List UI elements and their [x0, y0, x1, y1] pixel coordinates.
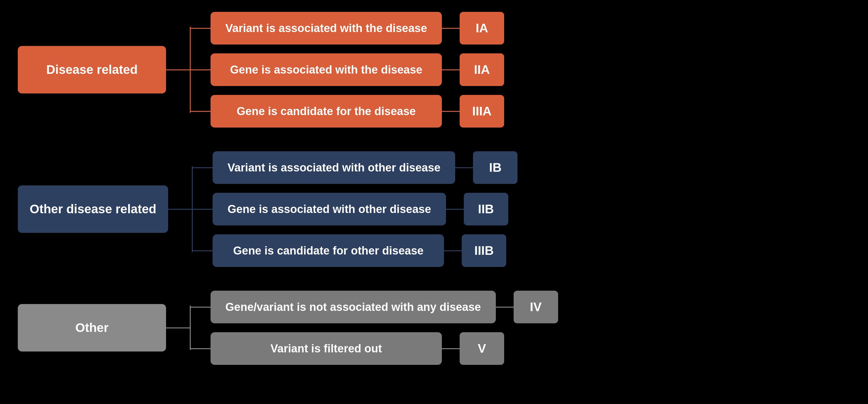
- branch-row-other-disease-related-1: Gene is associated with other diseaseIIB: [192, 193, 518, 225]
- main-diagram: Disease relatedVariant is associated wit…: [18, 12, 850, 365]
- badge-other-disease-related-0: IB: [473, 151, 518, 184]
- group-disease-related: Disease relatedVariant is associated wit…: [18, 12, 850, 128]
- branches-other: Gene/variant is not associated with any …: [190, 291, 558, 365]
- mid-badge-line-other-1: [442, 348, 460, 349]
- group-other-disease-related: Other disease relatedVariant is associat…: [18, 151, 850, 267]
- mid-node-other-1: Variant is filtered out: [211, 332, 442, 365]
- mid-badge-line-other-0: [496, 307, 514, 308]
- badge-other-1: V: [460, 332, 504, 365]
- branch-row-disease-related-0: Variant is associated with the diseaseIA: [190, 12, 504, 44]
- badge-other-0: IV: [514, 291, 558, 323]
- root-node-other: Other: [18, 304, 166, 351]
- branch-line-disease-related-2: [190, 111, 211, 112]
- mid-badge-line-other-disease-related-1: [446, 209, 464, 210]
- mid-badge-line-other-disease-related-0: [455, 167, 473, 168]
- connector-root-disease-related: [166, 69, 190, 70]
- group-other: OtherGene/variant is not associated with…: [18, 291, 850, 365]
- branch-row-disease-related-1: Gene is associated with the diseaseIIA: [190, 53, 504, 86]
- connector-root-other-disease-related: [168, 209, 192, 210]
- root-node-disease-related: Disease related: [18, 46, 166, 93]
- branch-row-other-0: Gene/variant is not associated with any …: [190, 291, 558, 323]
- branch-line-other-disease-related-2: [192, 250, 213, 251]
- root-node-other-disease-related: Other disease related: [18, 185, 168, 233]
- branch-line-other-disease-related-0: [192, 167, 213, 168]
- mid-badge-line-disease-related-0: [442, 28, 460, 29]
- branch-row-other-1: Variant is filtered outV: [190, 332, 558, 365]
- branch-row-other-disease-related-0: Variant is associated with other disease…: [192, 151, 518, 184]
- badge-disease-related-1: IIA: [460, 53, 504, 86]
- connector-root-other: [166, 328, 190, 329]
- mid-node-other-disease-related-1: Gene is associated with other disease: [213, 193, 446, 225]
- mid-node-disease-related-1: Gene is associated with the disease: [211, 53, 442, 86]
- branch-line-other-0: [190, 307, 211, 308]
- mid-node-other-0: Gene/variant is not associated with any …: [211, 291, 496, 323]
- mid-badge-line-disease-related-1: [442, 69, 460, 70]
- mid-badge-line-disease-related-2: [442, 111, 460, 112]
- mid-node-other-disease-related-0: Variant is associated with other disease: [213, 151, 455, 184]
- badge-other-disease-related-2: IIIB: [462, 234, 506, 267]
- branch-line-disease-related-0: [190, 28, 211, 29]
- badge-other-disease-related-1: IIB: [464, 193, 508, 225]
- branch-line-other-disease-related-1: [192, 209, 213, 210]
- branch-line-other-1: [190, 348, 211, 349]
- branch-line-disease-related-1: [190, 69, 211, 70]
- branch-row-other-disease-related-2: Gene is candidate for other diseaseIIIB: [192, 234, 518, 267]
- branches-disease-related: Variant is associated with the diseaseIA…: [190, 12, 504, 128]
- mid-node-disease-related-0: Variant is associated with the disease: [211, 12, 442, 44]
- mid-badge-line-other-disease-related-2: [444, 250, 462, 251]
- branch-row-disease-related-2: Gene is candidate for the diseaseIIIA: [190, 95, 504, 128]
- badge-disease-related-2: IIIA: [460, 95, 504, 128]
- mid-node-disease-related-2: Gene is candidate for the disease: [211, 95, 442, 128]
- badge-disease-related-0: IA: [460, 12, 504, 44]
- mid-node-other-disease-related-2: Gene is candidate for other disease: [213, 234, 444, 267]
- branches-other-disease-related: Variant is associated with other disease…: [192, 151, 518, 267]
